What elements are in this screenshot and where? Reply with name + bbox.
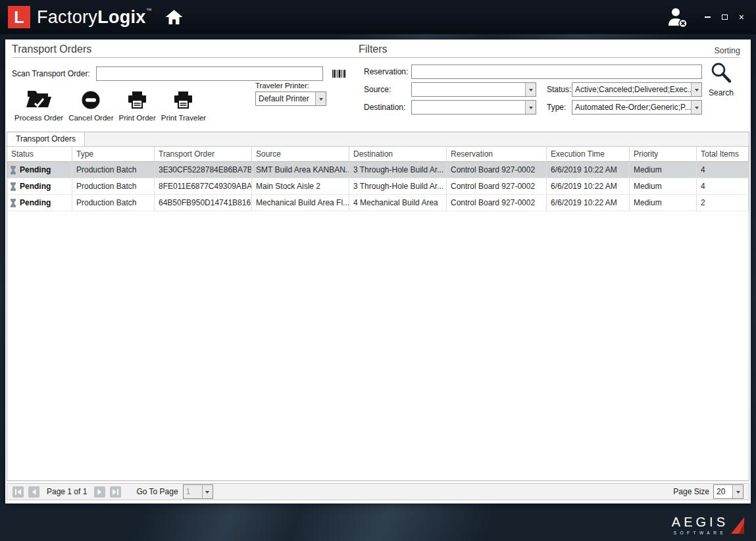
scan-transport-order-input[interactable] [96,66,323,81]
traveler-printer-group: Traveler Printer: Default Printer [255,82,326,106]
grid-cell: 8FE011E6877C49309ABA... [155,178,252,194]
close-button[interactable]: × [739,13,744,22]
previous-page-button[interactable] [28,486,39,498]
grid-cell: Mechanical Build Area Fl... [252,195,349,211]
status-cell: Pending [7,178,72,194]
status-text: Pending [20,195,51,211]
print-traveler-label: Print Traveler [161,114,206,122]
grid-cell: Production Batch [72,195,155,211]
hourglass-icon [10,182,16,191]
main-panel: Transport Orders Scan Transport Order: P… [5,39,751,503]
status-filter-value: Active;Canceled;Delivered;Exec... [572,83,691,96]
grid-cell: Medium [630,162,697,178]
traveler-printer-label: Traveler Printer: [255,82,326,90]
source-label: Source: [364,82,391,97]
page-size-group: Page Size 20 [673,484,743,499]
titlebar: L FactoryLogix™ × [0,0,756,34]
column-header-transport-order[interactable]: Transport Order [155,147,252,161]
print-traveler-button[interactable]: Print Traveler [159,88,209,122]
source-filter-select[interactable] [411,82,536,97]
grid-cell: Medium [630,195,697,211]
home-icon [165,10,183,24]
column-header-source[interactable]: Source [252,147,349,161]
next-page-button[interactable] [94,486,105,498]
window-controls: × [705,13,748,22]
titlebar-right: × [667,7,748,28]
table-row[interactable]: PendingProduction Batch8FE011E6877C49309… [7,178,749,195]
maximize-button[interactable] [722,13,728,22]
maximize-icon [722,14,728,20]
grid-cell: SMT Build Area KANBAN... [252,162,349,178]
user-logout-icon [667,7,688,28]
grid-cell: 3E30CF5228784E86BA7B... [155,162,252,178]
reservation-filter-input[interactable] [411,64,702,79]
status-label: Status: [547,82,571,97]
column-header-reservation[interactable]: Reservation [447,147,547,161]
pager-bar: Page 1 of 1 Go To Page 1 Page Size 20 [7,483,749,500]
destination-filter-select[interactable] [411,100,536,115]
aegis-brand-sub: SOFTWARE [672,530,728,535]
first-page-icon [14,488,22,496]
page-indicator: Page 1 of 1 [47,487,87,496]
go-to-page-input[interactable]: 1 [183,484,213,499]
print-order-icon [127,91,147,110]
grid-cell: 3 Through-Hole Build Ar... [349,162,447,178]
column-header-type[interactable]: Type [72,147,155,161]
transport-orders-heading: Transport Orders [12,43,359,58]
traveler-printer-select[interactable]: Default Printer [255,91,326,106]
table-row[interactable]: PendingProduction Batch3E30CF5228784E86B… [7,162,749,178]
column-header-execution-time[interactable]: Execution Time [547,147,630,161]
traveler-printer-value: Default Printer [256,92,315,105]
chevron-down-icon [202,485,213,498]
table-row[interactable]: PendingProduction Batch64B50FB950D14741B… [7,195,749,211]
type-label: Type: [547,100,566,115]
source-filter-value [412,83,525,96]
logout-user-button[interactable] [667,7,688,28]
column-header-status[interactable]: Status [7,147,72,161]
print-traveler-icon [173,91,193,110]
type-filter-select[interactable]: Automated Re-Order;Generic;P... [572,100,702,115]
grid-cell: Medium [630,178,697,194]
last-page-button[interactable] [110,486,121,498]
grid-cell: 64B50FB950D14741B816... [155,195,252,211]
app-title-bold: Logix [97,7,146,27]
tab-transport-orders[interactable]: Transport Orders [7,132,85,146]
home-button[interactable] [165,10,183,24]
transport-orders-grid: Transport Orders StatusTypeTransport Ord… [7,132,749,481]
grid-cell: Control Board 927-0002 [447,195,547,211]
minimize-button[interactable] [705,13,711,22]
print-order-button[interactable]: Print Order [116,88,159,122]
grid-cell: 6/6/2019 10:22 AM [547,178,630,194]
minimize-icon [705,16,711,18]
column-header-destination[interactable]: Destination [349,147,447,161]
search-label: Search [703,88,739,97]
chevron-down-icon [315,92,326,105]
reservation-label: Reservation: [364,64,408,79]
print-order-label: Print Order [119,114,156,122]
grid-cell: 6/6/2019 10:22 AM [547,162,630,178]
process-order-label: Process Order [14,114,63,122]
grid-cell: Control Board 927-0002 [447,162,547,178]
filters-section: Filters Sorting Reservation: Source: Sta… [359,43,740,129]
grid-cell: 4 [697,178,749,194]
first-page-button[interactable] [13,486,24,498]
process-order-button[interactable]: Process Order [12,88,66,122]
go-to-page-value: 1 [184,485,202,498]
column-header-priority[interactable]: Priority [630,147,697,161]
destination-label: Destination: [364,100,405,115]
grid-tabstrip: Transport Orders [7,132,749,147]
cancel-order-button[interactable]: Cancel Order [66,88,116,122]
status-filter-select[interactable]: Active;Canceled;Delivered;Exec... [572,82,702,97]
hourglass-icon [10,199,16,207]
grid-cell: Main Stock Aisle 2 [252,178,349,194]
grid-cell: 3 Through-Hole Build Ar... [349,178,447,194]
grid-cell: Production Batch [72,178,155,194]
search-button[interactable]: Search [703,62,739,97]
page-size-select[interactable]: 20 [713,484,743,499]
column-header-total-items[interactable]: Total Items [697,147,749,161]
go-to-page-label: Go To Page [136,487,178,496]
status-cell: Pending [7,162,72,178]
app-window: L FactoryLogix™ × [0,0,756,541]
grid-cell: 6/6/2019 10:22 AM [547,195,630,211]
sorting-link[interactable]: Sorting [714,46,740,55]
